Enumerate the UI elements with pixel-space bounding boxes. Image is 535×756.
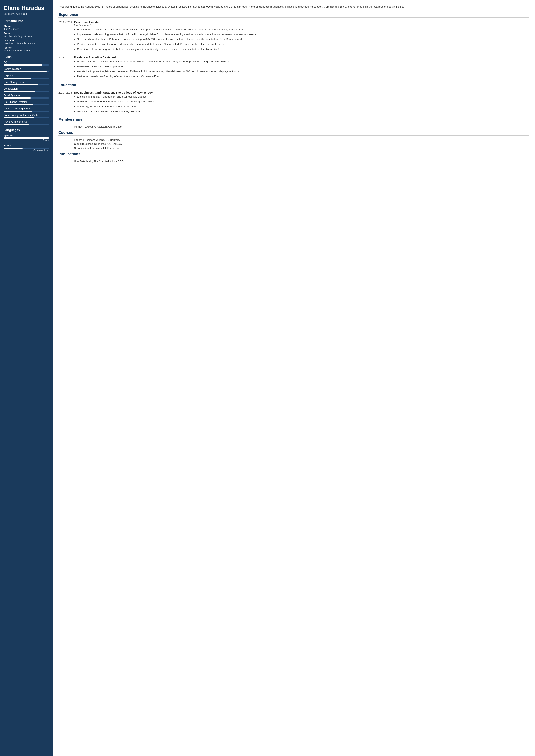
course-row: Effective Business Writing, UC Berkeley [58, 138, 529, 143]
education-section-title: Education [58, 83, 529, 88]
language-bar-fill [4, 148, 23, 149]
course-item: Global Business in Practice, UC Berkeley [74, 143, 529, 147]
publication-item: How Details Kill, The Counterintuitive C… [74, 160, 529, 164]
edu-content: BA, Business Administration, The College… [74, 91, 529, 115]
skills-section-title: Skills [4, 55, 49, 59]
bullet-item: Saved each top-level exec 11 hours per w… [77, 37, 529, 41]
skill-item: Database Management [4, 107, 49, 112]
skill-bar-bg [4, 104, 49, 105]
linkedin-value: linkedin.com/in/clarieharadas [4, 42, 49, 45]
twitter-label: Twitter [4, 46, 49, 49]
skill-bar-bg [4, 78, 49, 79]
publication-row: How Details Kill, The Counterintuitive C… [58, 160, 529, 164]
skill-bar-bg [4, 84, 49, 85]
personal-info-section-title: Personal Info [4, 19, 49, 23]
language-bar-fill [4, 137, 49, 139]
skill-bar-fill [4, 64, 42, 66]
bullet-item: Provided executive project support, admi… [77, 42, 529, 46]
edu-dates: 2010 - 2013 [58, 91, 74, 115]
email-value: clarieharadas@gmail.com [4, 35, 49, 38]
entry-dates: 2013 - 2018 [58, 20, 74, 52]
skill-item: Communication [4, 68, 49, 72]
skill-name: Database Management [4, 107, 49, 110]
course-row: Organizational Behavior, IIT Kharagpur [58, 147, 529, 151]
skill-name: EQ [4, 61, 49, 64]
course-item: Organizational Behavior, IIT Kharagpur [74, 147, 529, 151]
skill-item: EQ [4, 61, 49, 66]
entry-content: Freelance Executive Assistant Worked as … [74, 56, 529, 79]
summary-text: Resourceful Executive Assistant with 5+ … [58, 5, 529, 9]
skill-bar-bg [4, 71, 49, 72]
languages-list: Spanish Fluent French Conversational [4, 134, 49, 152]
skill-name: Logistics [4, 74, 49, 77]
bullet-item: Handled top executive assistant duties f… [77, 28, 529, 32]
experience-list: 2013 - 2018 Executive Assistant ISN Lipm… [58, 20, 529, 79]
experience-entry: 2013 Freelance Executive Assistant Worke… [58, 56, 529, 79]
bullet-item: Implemented call-recording system that c… [77, 33, 529, 36]
skill-item: Email Systems [4, 94, 49, 98]
main-content: Resourceful Executive Assistant with 5+ … [52, 0, 535, 756]
skill-name: Email Systems [4, 94, 49, 97]
language-name: Spanish [4, 134, 49, 137]
edu-bullet-item: Excelled in financial management and bus… [77, 95, 529, 99]
edu-degree: BA, Business Administration, The College… [74, 91, 529, 94]
languages-section-title: Languages [4, 128, 49, 132]
edu-bullets: Excelled in financial management and bus… [74, 95, 529, 114]
phone-value: 862-208-2592 [4, 28, 49, 30]
skill-bar-fill [4, 117, 35, 119]
entry-dates: 2013 [58, 56, 74, 79]
edu-bullet-item: Pursued a passion for business ethics an… [77, 100, 529, 104]
skill-name: Communication [4, 68, 49, 70]
candidate-name: Clarie Haradas [4, 5, 49, 12]
bullet-item: Aided executives with meeting preparatio… [77, 65, 529, 68]
skill-bar-bg [4, 117, 49, 119]
language-item: Spanish Fluent [4, 134, 49, 142]
skill-name: File-Sharing Systems [4, 100, 49, 103]
bullet-item: Assisted with project logistics and deve… [77, 69, 529, 73]
skill-item: Time Management [4, 81, 49, 85]
skill-name: Travel Arrangements [4, 120, 49, 123]
skill-bar-fill [4, 91, 35, 92]
skill-bar-fill [4, 78, 31, 79]
publications-section-title: Publications [58, 152, 529, 157]
skill-name: Compassion [4, 87, 49, 90]
skill-bar-fill [4, 84, 38, 85]
skill-bar-fill [4, 71, 47, 72]
candidate-title: Executive Assistant [4, 12, 49, 15]
language-bar-bg [4, 148, 49, 149]
skill-bar-bg [4, 124, 49, 125]
skill-bar-fill [4, 104, 33, 105]
skill-bar-fill [4, 111, 32, 112]
skill-bar-fill [4, 124, 29, 125]
skill-item: Compassion [4, 87, 49, 92]
bullet-item: Performed weekly proofreading of executi… [77, 74, 529, 78]
memberships-section-title: Memberships [58, 117, 529, 122]
skill-name: Coordinating Conference Calls [4, 114, 49, 117]
email-label: E-mail [4, 32, 49, 35]
experience-entry: 2013 - 2018 Executive Assistant ISN Lipm… [58, 20, 529, 52]
skill-name: Time Management [4, 81, 49, 84]
entry-job-title: Executive Assistant [74, 20, 529, 24]
entry-content: Executive Assistant ISN Lipmann, Inc. Ha… [74, 20, 529, 52]
phone-label: Phone [4, 25, 49, 28]
membership-item: Member, Executive Assistant Organization [74, 125, 529, 129]
language-level: Conversational [4, 149, 49, 152]
skill-bar-bg [4, 111, 49, 112]
sidebar: Clarie Haradas Executive Assistant Perso… [0, 0, 52, 756]
language-bar-bg [4, 137, 49, 139]
publications-list: How Details Kill, The Counterintuitive C… [58, 160, 529, 164]
courses-list: Effective Business Writing, UC BerkeleyG… [58, 138, 529, 151]
course-item: Effective Business Writing, UC Berkeley [74, 138, 529, 143]
bullet-item: Coordinated travel arrangements both dom… [77, 47, 529, 51]
skills-list: EQ Communication Logistics Time Manageme… [4, 61, 49, 125]
entry-company: ISN Lipmann, Inc. [74, 24, 529, 27]
edu-bullet-item: My article, "Reading Minds" was reprinte… [77, 110, 529, 114]
skill-item: Logistics [4, 74, 49, 79]
education-entry: 2010 - 2013 BA, Business Administration,… [58, 91, 529, 115]
course-row: Global Business in Practice, UC Berkeley [58, 143, 529, 147]
bullet-item: Worked as temp executive assistant for 4… [77, 60, 529, 64]
skill-bar-bg [4, 91, 49, 92]
memberships-list: Member, Executive Assistant Organization [58, 125, 529, 129]
courses-section-title: Courses [58, 130, 529, 136]
language-item: French Conversational [4, 144, 49, 152]
